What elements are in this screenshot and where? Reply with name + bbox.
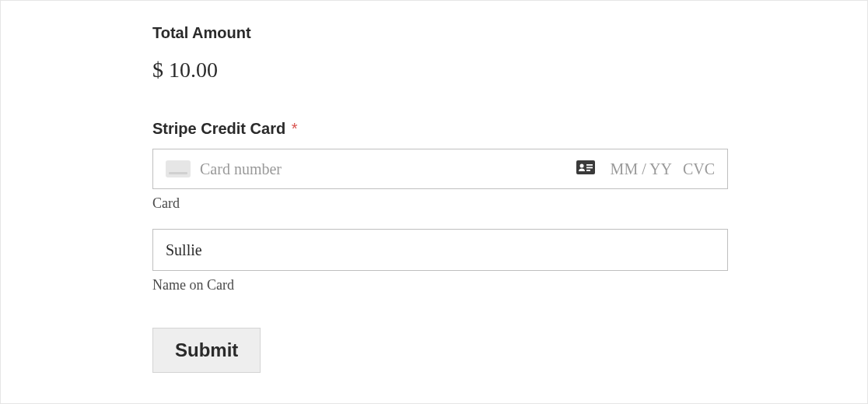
required-asterisk: * (292, 120, 298, 137)
card-sublabel: Card (152, 195, 728, 212)
svg-rect-2 (586, 164, 593, 166)
form-container: Total Amount $ 10.00 Stripe Credit Card … (0, 0, 868, 404)
svg-rect-4 (586, 170, 590, 171)
credit-card-icon (166, 160, 191, 177)
name-on-card-input[interactable] (152, 229, 728, 271)
card-meta-placeholders: MM / YY CVC (611, 160, 715, 178)
card-input-row[interactable]: MM / YY CVC (152, 149, 728, 189)
submit-button[interactable]: Submit (152, 328, 261, 373)
stripe-card-label: Stripe Credit Card * (152, 120, 728, 138)
card-number-input[interactable] (200, 160, 561, 178)
total-amount-heading: Total Amount (152, 24, 728, 42)
svg-point-1 (579, 164, 583, 168)
total-amount-value: $ 10.00 (152, 58, 728, 83)
id-badge-icon (576, 160, 595, 177)
cvc-placeholder[interactable]: CVC (683, 160, 715, 178)
form-content: Total Amount $ 10.00 Stripe Credit Card … (152, 24, 728, 373)
expiry-placeholder[interactable]: MM / YY (611, 160, 672, 178)
stripe-card-label-text: Stripe Credit Card (152, 120, 285, 137)
name-on-card-sublabel: Name on Card (152, 277, 728, 293)
svg-rect-3 (586, 167, 593, 169)
